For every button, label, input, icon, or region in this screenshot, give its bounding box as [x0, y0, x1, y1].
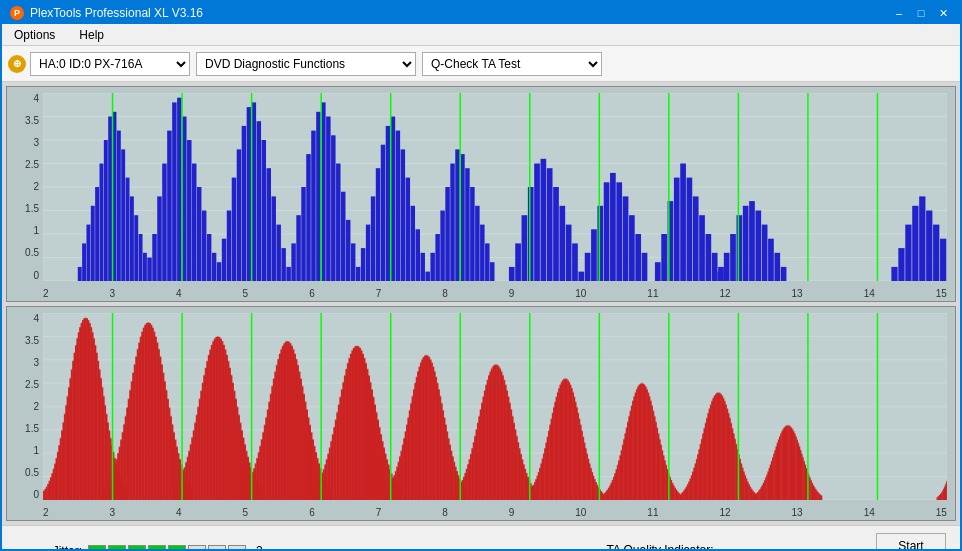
meter-segment — [88, 545, 106, 552]
jitter-meter — [88, 545, 246, 552]
bottom-chart-y-axis: 4 3.5 3 2.5 2 1.5 1 0.5 0 — [9, 313, 41, 501]
bottom-chart-canvas — [43, 313, 947, 501]
start-button-area: Start i — [876, 533, 950, 552]
top-chart-container: 4 3.5 3 2.5 2 1.5 1 0.5 0 2 3 4 5 6 7 8 … — [6, 86, 956, 302]
titlebar: P PlexTools Professional XL V3.16 – □ ✕ — [2, 2, 960, 24]
meter-segment — [148, 545, 166, 552]
meter-segment — [208, 545, 226, 552]
meter-segment — [168, 545, 186, 552]
test-select[interactable]: Q-Check TA Test — [422, 52, 602, 76]
menubar: Options Help — [2, 24, 960, 46]
titlebar-controls: – □ ✕ — [890, 5, 952, 21]
bottom-panel: Jitter: 3 Peak Shift: 4 TA Quality Indic… — [2, 525, 960, 551]
top-chart-x-axis: 2 3 4 5 6 7 8 9 10 11 12 13 14 15 — [43, 288, 947, 299]
ta-quality-label: TA Quality Indicator: — [606, 543, 713, 551]
meter-segment — [228, 545, 246, 552]
function-select[interactable]: DVD Diagnostic Functions — [196, 52, 416, 76]
menu-options[interactable]: Options — [6, 26, 63, 44]
bottom-chart-x-axis: 2 3 4 5 6 7 8 9 10 11 12 13 14 15 — [43, 507, 947, 518]
device-select[interactable]: HA:0 ID:0 PX-716A — [30, 52, 190, 76]
menu-help[interactable]: Help — [71, 26, 112, 44]
meter-segment — [128, 545, 146, 552]
bottom-chart-container: 4 3.5 3 2.5 2 1.5 1 0.5 0 2 3 4 5 6 7 8 … — [6, 306, 956, 522]
maximize-button[interactable]: □ — [912, 5, 930, 21]
ta-quality-section: TA Quality Indicator: Good — [444, 543, 876, 551]
jitter-value: 3 — [256, 544, 263, 552]
device-selector-area: ⊕ HA:0 ID:0 PX-716A — [8, 52, 190, 76]
top-chart-canvas — [43, 93, 947, 281]
main-content: 4 3.5 3 2.5 2 1.5 1 0.5 0 2 3 4 5 6 7 8 … — [2, 82, 960, 525]
titlebar-left: P PlexTools Professional XL V3.16 — [10, 6, 203, 20]
app-icon: P — [10, 6, 24, 20]
jitter-row: Jitter: 3 — [12, 544, 444, 552]
minimize-button[interactable]: – — [890, 5, 908, 21]
meter-segment — [188, 545, 206, 552]
app-title: PlexTools Professional XL V3.16 — [30, 6, 203, 20]
start-button[interactable]: Start — [876, 533, 946, 552]
bottom-chart-inner — [43, 313, 947, 501]
close-button[interactable]: ✕ — [934, 5, 952, 21]
jitter-label: Jitter: — [12, 544, 82, 552]
device-icon: ⊕ — [8, 55, 26, 73]
meter-segment — [108, 545, 126, 552]
metrics-left: Jitter: 3 Peak Shift: 4 — [12, 544, 444, 552]
toolbar: ⊕ HA:0 ID:0 PX-716A DVD Diagnostic Funct… — [2, 46, 960, 82]
top-chart-inner — [43, 93, 947, 281]
top-chart-y-axis: 4 3.5 3 2.5 2 1.5 1 0.5 0 — [9, 93, 41, 281]
